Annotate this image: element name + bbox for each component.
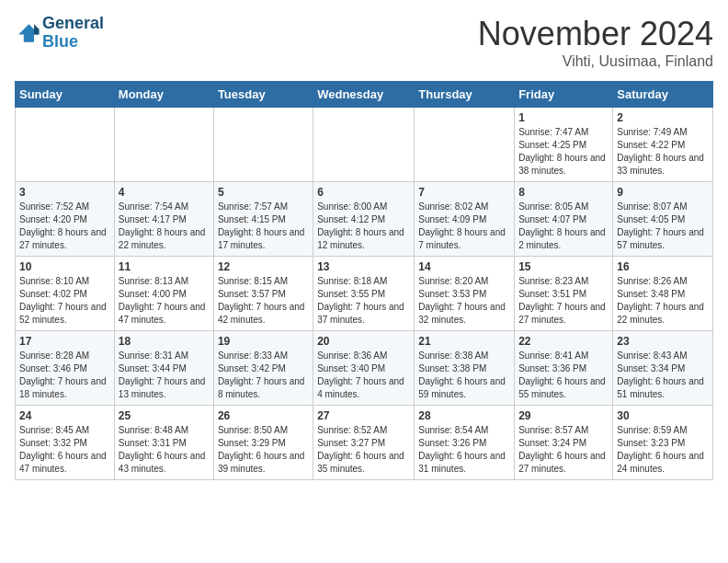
calendar-cell: 19Sunrise: 8:33 AM Sunset: 3:42 PM Dayli… <box>213 331 313 406</box>
day-number: 13 <box>317 260 410 273</box>
logo-text: General Blue <box>42 15 104 52</box>
day-info: Sunrise: 8:18 AM Sunset: 3:55 PM Dayligh… <box>317 275 410 327</box>
day-number: 10 <box>19 260 110 273</box>
calendar-body: 1Sunrise: 7:47 AM Sunset: 4:25 PM Daylig… <box>16 108 713 480</box>
calendar-week-4: 17Sunrise: 8:28 AM Sunset: 3:46 PM Dayli… <box>16 331 713 406</box>
day-info: Sunrise: 8:43 AM Sunset: 3:34 PM Dayligh… <box>617 350 709 401</box>
calendar-cell: 2Sunrise: 7:49 AM Sunset: 4:22 PM Daylig… <box>613 108 713 182</box>
day-info: Sunrise: 8:57 AM Sunset: 3:24 PM Dayligh… <box>518 424 609 476</box>
calendar-cell: 4Sunrise: 7:54 AM Sunset: 4:17 PM Daylig… <box>114 182 213 257</box>
calendar-cell: 11Sunrise: 8:13 AM Sunset: 4:00 PM Dayli… <box>114 257 213 331</box>
day-info: Sunrise: 7:54 AM Sunset: 4:17 PM Dayligh… <box>119 201 210 252</box>
page: General Blue November 2024 Vihti, Uusima… <box>0 0 728 495</box>
day-info: Sunrise: 8:59 AM Sunset: 3:23 PM Dayligh… <box>617 424 709 476</box>
calendar-week-1: 1Sunrise: 7:47 AM Sunset: 4:25 PM Daylig… <box>16 108 713 182</box>
weekday-header-saturday: Saturday <box>613 82 713 108</box>
day-number: 23 <box>617 335 709 348</box>
day-info: Sunrise: 8:38 AM Sunset: 3:38 PM Dayligh… <box>418 350 510 401</box>
calendar-cell: 10Sunrise: 8:10 AM Sunset: 4:02 PM Dayli… <box>16 257 115 331</box>
day-number: 17 <box>19 335 110 348</box>
day-info: Sunrise: 8:13 AM Sunset: 4:00 PM Dayligh… <box>119 275 210 327</box>
calendar-cell <box>415 108 515 182</box>
day-number: 5 <box>218 186 309 199</box>
calendar-cell <box>16 108 115 182</box>
day-info: Sunrise: 8:36 AM Sunset: 3:40 PM Dayligh… <box>317 350 410 401</box>
weekday-header-wednesday: Wednesday <box>313 82 415 108</box>
day-number: 7 <box>418 186 510 199</box>
day-info: Sunrise: 8:10 AM Sunset: 4:02 PM Dayligh… <box>19 275 110 327</box>
logo-line2: Blue <box>42 33 104 52</box>
calendar-cell: 1Sunrise: 7:47 AM Sunset: 4:25 PM Daylig… <box>515 108 613 182</box>
day-number: 24 <box>19 409 110 422</box>
calendar-cell: 9Sunrise: 8:07 AM Sunset: 4:05 PM Daylig… <box>613 182 713 257</box>
weekday-header-monday: Monday <box>114 82 213 108</box>
calendar-cell: 23Sunrise: 8:43 AM Sunset: 3:34 PM Dayli… <box>613 331 713 406</box>
calendar-cell: 7Sunrise: 8:02 AM Sunset: 4:09 PM Daylig… <box>415 182 515 257</box>
day-number: 22 <box>518 335 609 348</box>
day-number: 1 <box>518 111 609 124</box>
day-info: Sunrise: 8:31 AM Sunset: 3:44 PM Dayligh… <box>119 350 210 401</box>
calendar-cell: 27Sunrise: 8:52 AM Sunset: 3:27 PM Dayli… <box>313 406 415 480</box>
day-info: Sunrise: 7:52 AM Sunset: 4:20 PM Dayligh… <box>19 201 110 252</box>
calendar-cell: 5Sunrise: 7:57 AM Sunset: 4:15 PM Daylig… <box>213 182 313 257</box>
day-info: Sunrise: 8:26 AM Sunset: 3:48 PM Dayligh… <box>617 275 709 327</box>
calendar-cell: 12Sunrise: 8:15 AM Sunset: 3:57 PM Dayli… <box>213 257 313 331</box>
day-info: Sunrise: 8:20 AM Sunset: 3:53 PM Dayligh… <box>418 275 510 327</box>
calendar-cell: 21Sunrise: 8:38 AM Sunset: 3:38 PM Dayli… <box>415 331 515 406</box>
logo-line1: General <box>42 15 104 33</box>
calendar-cell <box>313 108 415 182</box>
month-title: November 2024 <box>478 15 713 53</box>
calendar-cell: 26Sunrise: 8:50 AM Sunset: 3:29 PM Dayli… <box>213 406 313 480</box>
day-number: 6 <box>317 186 410 199</box>
day-number: 14 <box>418 260 510 273</box>
day-number: 30 <box>617 409 709 422</box>
day-number: 27 <box>317 409 410 422</box>
calendar-week-2: 3Sunrise: 7:52 AM Sunset: 4:20 PM Daylig… <box>16 182 713 257</box>
calendar: SundayMondayTuesdayWednesdayThursdayFrid… <box>15 81 713 480</box>
calendar-cell: 8Sunrise: 8:05 AM Sunset: 4:07 PM Daylig… <box>515 182 613 257</box>
day-number: 21 <box>418 335 510 348</box>
day-info: Sunrise: 8:23 AM Sunset: 3:51 PM Dayligh… <box>518 275 609 327</box>
day-number: 11 <box>119 260 210 273</box>
title-block: November 2024 Vihti, Uusimaa, Finland <box>478 15 713 70</box>
day-number: 2 <box>617 111 709 124</box>
day-info: Sunrise: 8:52 AM Sunset: 3:27 PM Dayligh… <box>317 424 410 476</box>
day-info: Sunrise: 8:07 AM Sunset: 4:05 PM Dayligh… <box>617 201 709 252</box>
calendar-cell: 29Sunrise: 8:57 AM Sunset: 3:24 PM Dayli… <box>515 406 613 480</box>
weekday-header-row: SundayMondayTuesdayWednesdayThursdayFrid… <box>16 82 713 108</box>
day-number: 3 <box>19 186 110 199</box>
day-number: 25 <box>119 409 210 422</box>
calendar-cell: 14Sunrise: 8:20 AM Sunset: 3:53 PM Dayli… <box>415 257 515 331</box>
calendar-cell: 3Sunrise: 7:52 AM Sunset: 4:20 PM Daylig… <box>16 182 115 257</box>
day-info: Sunrise: 7:49 AM Sunset: 4:22 PM Dayligh… <box>617 126 709 178</box>
day-info: Sunrise: 8:33 AM Sunset: 3:42 PM Dayligh… <box>218 350 309 401</box>
day-number: 29 <box>518 409 609 422</box>
day-number: 19 <box>218 335 309 348</box>
day-info: Sunrise: 7:57 AM Sunset: 4:15 PM Dayligh… <box>218 201 309 252</box>
header: General Blue November 2024 Vihti, Uusima… <box>15 15 713 70</box>
day-info: Sunrise: 8:00 AM Sunset: 4:12 PM Dayligh… <box>317 201 410 252</box>
day-info: Sunrise: 8:15 AM Sunset: 3:57 PM Dayligh… <box>218 275 309 327</box>
logo-icon <box>15 20 40 46</box>
day-number: 18 <box>119 335 210 348</box>
day-info: Sunrise: 7:47 AM Sunset: 4:25 PM Dayligh… <box>518 126 609 178</box>
day-number: 26 <box>218 409 309 422</box>
day-number: 28 <box>418 409 510 422</box>
day-number: 9 <box>617 186 709 199</box>
calendar-cell: 17Sunrise: 8:28 AM Sunset: 3:46 PM Dayli… <box>16 331 115 406</box>
day-number: 12 <box>218 260 309 273</box>
day-info: Sunrise: 8:45 AM Sunset: 3:32 PM Dayligh… <box>19 424 110 476</box>
day-info: Sunrise: 8:02 AM Sunset: 4:09 PM Dayligh… <box>418 201 510 252</box>
weekday-header-thursday: Thursday <box>415 82 515 108</box>
calendar-cell: 25Sunrise: 8:48 AM Sunset: 3:31 PM Dayli… <box>114 406 213 480</box>
calendar-cell: 24Sunrise: 8:45 AM Sunset: 3:32 PM Dayli… <box>16 406 115 480</box>
day-info: Sunrise: 8:54 AM Sunset: 3:26 PM Dayligh… <box>418 424 510 476</box>
logo: General Blue <box>15 15 104 52</box>
calendar-cell: 16Sunrise: 8:26 AM Sunset: 3:48 PM Dayli… <box>613 257 713 331</box>
day-number: 20 <box>317 335 410 348</box>
calendar-cell: 28Sunrise: 8:54 AM Sunset: 3:26 PM Dayli… <box>415 406 515 480</box>
calendar-cell: 30Sunrise: 8:59 AM Sunset: 3:23 PM Dayli… <box>613 406 713 480</box>
day-number: 16 <box>617 260 709 273</box>
calendar-cell: 6Sunrise: 8:00 AM Sunset: 4:12 PM Daylig… <box>313 182 415 257</box>
day-info: Sunrise: 8:28 AM Sunset: 3:46 PM Dayligh… <box>19 350 110 401</box>
